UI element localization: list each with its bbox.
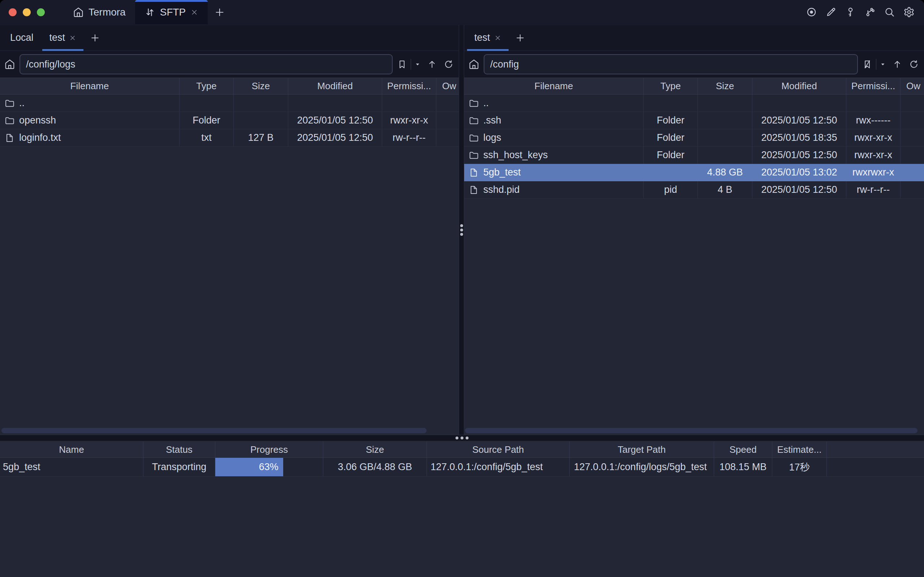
file-row[interactable]: .. — [464, 95, 924, 112]
divider — [411, 59, 411, 70]
column-header-blank — [827, 442, 924, 458]
cell-type: Folder — [179, 112, 234, 129]
file-row[interactable]: loginfo.txttxt127 B2025/01/05 12:50rw-r-… — [0, 129, 459, 147]
horizontal-scrollbar[interactable] — [465, 428, 918, 433]
tab-session-test[interactable]: test — [42, 25, 84, 50]
home-icon[interactable] — [469, 59, 479, 70]
column-header-permissions[interactable]: Permissi... — [847, 78, 900, 94]
cell-size — [698, 147, 752, 164]
cell-speed: 108.15 MB — [714, 458, 772, 476]
close-tab-icon[interactable] — [190, 8, 198, 16]
key-icon[interactable] — [845, 6, 856, 18]
horizontal-scrollbar[interactable] — [2, 428, 427, 433]
column-header-size[interactable]: Size — [698, 78, 752, 94]
edit-icon[interactable] — [826, 6, 837, 18]
right-path-input[interactable] — [484, 54, 858, 74]
cell-status: Transporting — [144, 458, 215, 476]
column-header-modified[interactable]: Modified — [288, 78, 382, 94]
file-icon — [469, 168, 479, 178]
transfer-row[interactable]: 5gb_test Transporting 63% 3.06 GB/4.88 G… — [0, 458, 924, 477]
cell-filename: sshd.pid — [464, 181, 644, 198]
column-header-status[interactable]: Status — [144, 442, 215, 458]
cell-type: Folder — [644, 112, 698, 129]
file-row[interactable]: ssh_host_keysFolder2025/01/05 12:50rwxr-… — [464, 147, 924, 164]
left-pane: Local test — [0, 25, 459, 435]
cell-modified: 2025/01/05 12:50 — [752, 112, 847, 129]
file-row[interactable]: 5gb_test4.88 GB2025/01/05 13:02rwxrwxr-x — [464, 164, 924, 181]
cell-progress: 63% — [215, 458, 323, 476]
cell-size — [698, 95, 752, 111]
chevron-down-icon[interactable] — [415, 61, 421, 67]
transfer-arrows-icon — [145, 7, 155, 18]
cell-permissions — [382, 95, 436, 111]
file-row[interactable]: sshd.pidpid4 B2025/01/05 12:50rw-r--r-- — [464, 181, 924, 198]
titlebar: Termora SFTP — [0, 0, 924, 24]
traffic-lights — [0, 0, 54, 24]
up-directory-icon[interactable] — [892, 59, 902, 69]
cell-permissions — [847, 95, 900, 111]
add-pane-tab-button[interactable] — [84, 25, 106, 50]
bookmark-icon[interactable] — [397, 59, 407, 69]
column-header-owner[interactable]: Ow — [900, 78, 924, 94]
cell-owner — [900, 95, 924, 111]
record-icon[interactable] — [806, 6, 817, 18]
file-row[interactable]: .. — [0, 95, 459, 112]
tab-session-test[interactable]: test — [466, 25, 509, 50]
column-header-progress[interactable]: Progress — [215, 442, 323, 458]
file-row[interactable]: logsFolder2025/01/05 18:35rwxr-xr-x — [464, 129, 924, 147]
column-header-name[interactable]: Name — [0, 442, 144, 458]
chevron-down-icon[interactable] — [880, 61, 886, 67]
bookmark-slash-icon[interactable] — [862, 59, 872, 69]
column-header-target-path[interactable]: Target Path — [570, 442, 714, 458]
column-header-filename[interactable]: Filename — [464, 78, 644, 94]
cell-type: pid — [644, 181, 698, 198]
home-icon[interactable] — [4, 59, 15, 70]
up-directory-icon[interactable] — [427, 59, 437, 69]
file-row[interactable]: .sshFolder2025/01/05 12:50rwx------ — [464, 112, 924, 129]
column-header-permissions[interactable]: Permissi... — [382, 78, 436, 94]
column-header-size[interactable]: Size — [323, 442, 427, 458]
cell-filename: logs — [464, 129, 644, 146]
tab-sftp[interactable]: SFTP — [135, 0, 208, 24]
new-tab-button[interactable] — [208, 0, 232, 24]
left-path-input[interactable] — [19, 54, 393, 74]
close-window-button[interactable] — [9, 8, 17, 16]
settings-icon[interactable] — [903, 6, 914, 18]
left-path-bar — [0, 51, 459, 77]
tab-local[interactable]: Local — [2, 25, 42, 50]
column-header-estimate[interactable]: Estimate... — [772, 442, 827, 458]
left-table-header: Filename Type Size Modified Permissi... … — [0, 77, 459, 95]
tab-termora-home[interactable]: Termora — [64, 0, 135, 24]
close-tab-icon[interactable] — [69, 34, 76, 42]
cell-estimate: 17秒 — [772, 458, 827, 476]
file-row[interactable]: opensshFolder2025/01/05 12:50rwxr-xr-x — [0, 112, 459, 129]
transfer-splitter-handle[interactable] — [0, 435, 924, 441]
cell-type — [179, 95, 234, 111]
refresh-icon[interactable] — [443, 59, 454, 69]
column-header-type[interactable]: Type — [644, 78, 698, 94]
column-header-size[interactable]: Size — [234, 78, 288, 94]
close-tab-icon[interactable] — [494, 34, 502, 42]
column-header-speed[interactable]: Speed — [714, 442, 772, 458]
column-header-modified[interactable]: Modified — [752, 78, 847, 94]
folder-icon — [469, 133, 479, 143]
branch-icon[interactable] — [864, 6, 876, 18]
cell-owner — [900, 164, 924, 181]
column-header-owner[interactable]: Ow — [436, 78, 459, 94]
search-icon[interactable] — [884, 6, 895, 18]
minimize-window-button[interactable] — [23, 8, 31, 16]
column-header-source-path[interactable]: Source Path — [427, 442, 570, 458]
tab-sftp-label: SFTP — [160, 6, 186, 18]
progress-bar: 63% — [215, 458, 283, 476]
column-header-filename[interactable]: Filename — [0, 78, 179, 94]
cell-modified: 2025/01/05 12:50 — [288, 112, 382, 129]
refresh-icon[interactable] — [909, 59, 919, 69]
cell-permissions: rwxr-xr-x — [847, 129, 900, 146]
add-pane-tab-button[interactable] — [509, 25, 531, 50]
pane-splitter-handle[interactable] — [459, 25, 464, 435]
column-header-type[interactable]: Type — [179, 78, 234, 94]
cell-size: 4.88 GB — [698, 164, 752, 181]
maximize-window-button[interactable] — [37, 8, 45, 16]
transfer-panel: Name Status Progress Size Source Path Ta… — [0, 442, 924, 577]
tab-termora-label: Termora — [89, 6, 126, 18]
